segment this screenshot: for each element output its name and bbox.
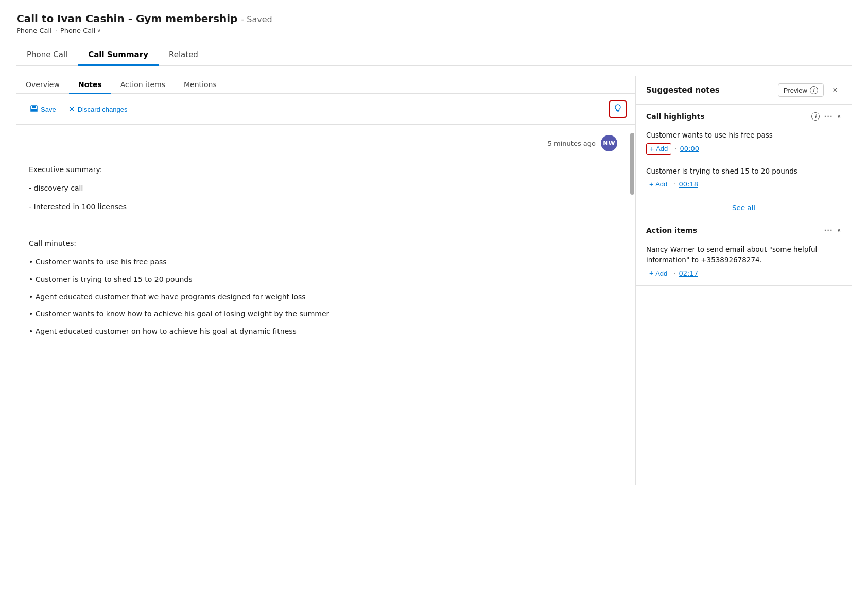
notes-area: 5 minutes ago NW Executive summary: - di… — [16, 125, 635, 485]
dot-separator-1: · — [674, 145, 676, 152]
minutes-label: Call minutes: — [29, 237, 617, 250]
chevron-down-icon: ∨ — [97, 28, 100, 33]
tab-call-summary[interactable]: Call Summary — [78, 45, 159, 66]
action-item-1: Nancy Warner to send email about "some h… — [636, 240, 852, 286]
subtab-overview[interactable]: Overview — [16, 76, 69, 94]
breadcrumb-dropdown[interactable]: Phone Call ∨ — [60, 27, 101, 35]
subtab-action-items[interactable]: Action items — [111, 76, 175, 94]
see-all-row: See all — [636, 197, 852, 218]
timestamp-row: 5 minutes ago NW — [29, 135, 617, 151]
suggested-notes-title: Suggested notes — [646, 86, 773, 95]
subtab-mentions[interactable]: Mentions — [175, 76, 226, 94]
page-title: Call to Ivan Cashin - Gym membership - S… — [16, 12, 852, 25]
close-icon: × — [832, 86, 837, 95]
notes-editor[interactable]: 5 minutes ago NW Executive summary: - di… — [16, 125, 630, 485]
action-item-add-button-1[interactable]: + Add — [646, 268, 670, 278]
highlight-actions-2: + Add · 00:18 — [646, 179, 841, 190]
see-all-link[interactable]: See all — [732, 203, 755, 212]
discard-label: Discard changes — [78, 106, 128, 113]
notes-content: Executive summary: - discovery call - In… — [29, 164, 617, 338]
preview-button[interactable]: Preview i — [778, 83, 824, 97]
tab-related[interactable]: Related — [159, 45, 209, 66]
action-dot-separator-1: · — [673, 269, 675, 277]
notes-toolbar: Save ✕ Discard changes — [16, 94, 635, 125]
add-label-1: Add — [656, 145, 668, 152]
highlight-actions-1: + Add · 00:00 — [646, 143, 841, 155]
minute-item-2: Customer is trying to shed 15 to 20 poun… — [29, 274, 617, 286]
suggested-notes-header: Suggested notes Preview i × — [636, 76, 852, 105]
action-add-label-1: Add — [655, 269, 667, 277]
call-highlights-header: Call highlights i ··· ∧ — [636, 105, 852, 126]
saved-badge: - Saved — [241, 14, 272, 24]
action-items-more-button[interactable]: ··· — [824, 226, 832, 235]
close-panel-button[interactable]: × — [829, 84, 841, 96]
lightbulb-button[interactable] — [609, 100, 627, 118]
action-items-collapse-button[interactable]: ∧ — [837, 227, 841, 234]
minute-item-1: Customer wants to use his free pass — [29, 256, 617, 268]
action-items-title: Action items — [646, 226, 820, 234]
highlight-item-1: Customer wants to use his free pass + Ad… — [636, 126, 852, 162]
call-highlights-title: Call highlights — [646, 112, 807, 121]
breadcrumb-part1: Phone Call — [16, 27, 52, 35]
minutes-list: Customer wants to use his free pass Cust… — [29, 256, 617, 338]
suggested-notes-panel: Suggested notes Preview i × Call highlig… — [635, 76, 852, 485]
plus-icon-action-1: + — [649, 269, 653, 277]
timestamp: 5 minutes ago — [548, 140, 596, 147]
save-button[interactable]: Save — [25, 102, 61, 117]
highlight-item-2: Customer is trying to shed 15 to 20 poun… — [636, 162, 852, 197]
subtab-notes[interactable]: Notes — [69, 76, 111, 94]
call-highlights-collapse-button[interactable]: ∧ — [837, 113, 841, 120]
highlight-add-button-2[interactable]: + Add — [646, 179, 670, 190]
summary-item-1: - discovery call — [29, 182, 617, 195]
plus-icon-1: + — [650, 145, 654, 153]
highlight-text-2: Customer is trying to shed 15 to 20 poun… — [646, 166, 841, 176]
highlight-add-button-1[interactable]: + Add — [646, 143, 671, 155]
left-panel: Overview Notes Action items Mentions — [16, 76, 635, 485]
action-item-text-1: Nancy Warner to send email about "some h… — [646, 244, 841, 265]
close-icon: ✕ — [68, 105, 75, 114]
main-tabs: Phone Call Call Summary Related — [16, 45, 852, 66]
plus-icon-2: + — [649, 180, 653, 189]
minute-item-3: Agent educated customer that we have pro… — [29, 291, 617, 303]
preview-label: Preview — [784, 87, 807, 94]
dot-separator-2: · — [673, 180, 675, 188]
info-icon: i — [810, 86, 818, 94]
action-time-link-1[interactable]: 02:17 — [679, 269, 698, 277]
save-icon — [30, 105, 38, 114]
scrollbar-track[interactable] — [630, 125, 635, 485]
title-text: Call to Ivan Cashin - Gym membership — [16, 12, 237, 25]
time-link-2[interactable]: 00:18 — [679, 180, 698, 188]
summary-item-2: - Interested in 100 licenses — [29, 201, 617, 213]
highlight-text-1: Customer wants to use his free pass — [646, 130, 841, 140]
breadcrumb-separator: · — [55, 27, 57, 35]
avatar: NW — [601, 135, 617, 151]
tab-phone-call[interactable]: Phone Call — [16, 45, 78, 66]
call-highlights-section: Call highlights i ··· ∧ Customer wants t… — [636, 105, 852, 218]
minute-item-5: Agent educated customer on how to achiev… — [29, 326, 617, 338]
call-highlights-more-button[interactable]: ··· — [824, 112, 832, 121]
minute-item-4: Customer wants to know how to achieve hi… — [29, 308, 617, 320]
minutes-spacer — [29, 219, 617, 231]
discard-button[interactable]: ✕ Discard changes — [63, 102, 133, 116]
save-label: Save — [41, 106, 56, 113]
scrollbar-thumb[interactable] — [630, 133, 634, 195]
breadcrumb: Phone Call · Phone Call ∨ — [16, 27, 852, 35]
svg-rect-2 — [31, 109, 37, 111]
summary-label: Executive summary: — [29, 164, 617, 176]
action-items-section: Action items ··· ∧ Nancy Warner to send … — [636, 218, 852, 286]
call-highlights-info-icon[interactable]: i — [811, 112, 820, 121]
lightbulb-icon — [613, 104, 622, 115]
action-items-header: Action items ··· ∧ — [636, 218, 852, 240]
breadcrumb-part2: Phone Call — [60, 27, 96, 35]
sub-tabs: Overview Notes Action items Mentions — [16, 76, 635, 94]
time-link-1[interactable]: 00:00 — [680, 145, 699, 152]
svg-rect-1 — [32, 106, 36, 108]
content-layout: Overview Notes Action items Mentions — [16, 76, 852, 485]
add-label-2: Add — [655, 180, 667, 188]
action-item-actions-1: + Add · 02:17 — [646, 268, 841, 278]
page-header: Call to Ivan Cashin - Gym membership - S… — [16, 12, 852, 35]
